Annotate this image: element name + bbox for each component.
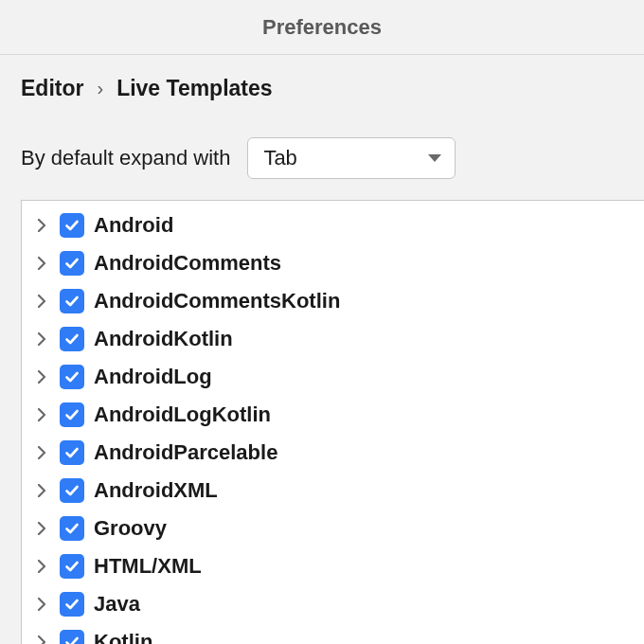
expand-with-value: Tab	[263, 146, 296, 170]
template-group-row[interactable]: Groovy	[22, 510, 644, 547]
chevron-right-icon[interactable]	[33, 406, 50, 423]
template-group-row[interactable]: AndroidParcelable	[22, 434, 644, 472]
template-group-label: AndroidKotlin	[94, 327, 233, 351]
template-group-row[interactable]: Kotlin	[22, 623, 644, 644]
template-checkbox[interactable]	[60, 327, 84, 351]
template-group-row[interactable]: AndroidKotlin	[22, 320, 644, 358]
chevron-right-icon[interactable]	[33, 368, 50, 385]
template-group-row[interactable]: AndroidLog	[22, 358, 644, 396]
template-checkbox[interactable]	[60, 402, 84, 427]
template-group-row[interactable]: Java	[22, 585, 644, 623]
template-checkbox[interactable]	[60, 251, 84, 276]
chevron-right-icon[interactable]	[33, 634, 50, 644]
template-group-label: HTML/XML	[94, 554, 202, 579]
template-group-row[interactable]: HTML/XML	[22, 547, 644, 585]
template-checkbox[interactable]	[60, 516, 84, 541]
template-group-label: Java	[94, 592, 140, 617]
chevron-right-icon[interactable]	[33, 444, 50, 461]
title-bar: Preferences	[0, 0, 644, 55]
template-group-label: AndroidComments	[94, 251, 281, 276]
window-title: Preferences	[262, 15, 382, 40]
template-group-label: AndroidXML	[94, 478, 218, 503]
template-list-frame: AndroidAndroidCommentsAndroidCommentsKot…	[21, 200, 644, 644]
template-group-row[interactable]: AndroidComments	[22, 244, 644, 282]
expand-with-label: By default expand with	[21, 146, 230, 170]
template-checkbox[interactable]	[60, 478, 84, 503]
chevron-right-icon[interactable]	[33, 331, 50, 348]
template-group-label: Kotlin	[94, 630, 152, 644]
breadcrumb-page: Live Templates	[116, 76, 272, 101]
template-group-label: AndroidLogKotlin	[94, 402, 271, 427]
template-checkbox[interactable]	[60, 440, 84, 465]
template-group-row[interactable]: AndroidXML	[22, 472, 644, 510]
chevron-right-icon[interactable]	[33, 596, 50, 613]
template-group-label: AndroidParcelable	[94, 440, 277, 465]
template-group-label: AndroidLog	[94, 365, 212, 389]
expand-with-select[interactable]: Tab	[247, 137, 456, 179]
breadcrumb: Editor › Live Templates	[0, 55, 644, 111]
template-checkbox[interactable]	[60, 289, 84, 313]
template-checkbox[interactable]	[60, 630, 84, 644]
breadcrumb-root[interactable]: Editor	[21, 76, 83, 101]
chevron-right-icon[interactable]	[33, 482, 50, 499]
template-checkbox[interactable]	[60, 365, 84, 389]
expand-with-row: By default expand with Tab	[0, 111, 644, 200]
chevron-right-icon[interactable]	[33, 217, 50, 234]
template-checkbox[interactable]	[60, 554, 84, 579]
template-group-label: Groovy	[94, 516, 167, 541]
chevron-right-icon: ›	[97, 78, 103, 99]
template-checkbox[interactable]	[60, 592, 84, 617]
chevron-right-icon[interactable]	[33, 520, 50, 537]
chevron-right-icon[interactable]	[33, 293, 50, 310]
template-group-row[interactable]: AndroidCommentsKotlin	[22, 282, 644, 320]
template-checkbox[interactable]	[60, 213, 84, 238]
chevron-right-icon[interactable]	[33, 255, 50, 272]
template-group-label: Android	[94, 213, 173, 238]
template-group-row[interactable]: Android	[22, 206, 644, 244]
template-tree: AndroidAndroidCommentsAndroidCommentsKot…	[22, 201, 644, 644]
template-group-row[interactable]: AndroidLogKotlin	[22, 396, 644, 434]
chevron-right-icon[interactable]	[33, 558, 50, 575]
template-group-label: AndroidCommentsKotlin	[94, 289, 340, 313]
chevron-down-icon	[428, 154, 441, 162]
